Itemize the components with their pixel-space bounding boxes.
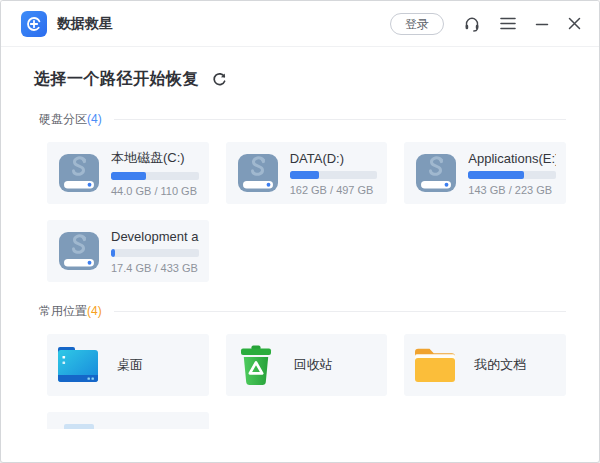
app-logo-icon xyxy=(21,11,47,37)
partition-grid: 本地磁盘(C:) 44.0 GB / 110 GB DATA(D:) xyxy=(47,142,566,282)
location-card-recycle-bin[interactable]: 回收站 xyxy=(226,334,388,396)
drive-capacity: 162 GB / 497 GB xyxy=(290,184,378,196)
hard-drive-icon xyxy=(413,152,459,194)
location-label: 回收站 xyxy=(294,356,333,374)
login-button[interactable]: 登录 xyxy=(390,13,444,35)
recycle-bin-icon xyxy=(235,344,277,386)
drive-name: 本地磁盘(C:) xyxy=(111,149,199,167)
section-partitions-label: 硬盘分区(4) xyxy=(39,111,102,128)
hard-drive-icon xyxy=(56,152,102,194)
partition-count: (4) xyxy=(87,112,102,126)
capacity-bar xyxy=(468,171,556,179)
desktop-icon xyxy=(56,345,100,385)
hard-drive-icon xyxy=(56,230,102,272)
location-count: (4) xyxy=(87,304,102,318)
main-content: 选择一个路径开始恢复 硬盘分区(4) xyxy=(1,47,599,429)
documents-folder-icon xyxy=(413,346,457,384)
section-partitions-header: 硬盘分区(4) xyxy=(34,111,566,128)
location-card-documents[interactable]: 我的文档 xyxy=(404,334,566,396)
location-card-desktop[interactable]: 桌面 xyxy=(47,334,209,396)
drive-card-d[interactable]: DATA(D:) 162 GB / 497 GB xyxy=(226,142,388,204)
location-label: 我的文档 xyxy=(474,356,526,374)
drive-card-f[interactable]: Development apps(F:) 17.4 GB / 433 GB xyxy=(47,220,209,282)
drive-name: Development apps(F:) xyxy=(111,229,199,244)
refresh-icon[interactable] xyxy=(212,72,227,87)
section-locations-header: 常用位置(4) xyxy=(34,303,566,320)
section-divider xyxy=(114,311,566,312)
minimize-icon[interactable] xyxy=(535,17,549,31)
drive-capacity: 17.4 GB / 433 GB xyxy=(111,262,199,274)
menu-icon[interactable] xyxy=(500,17,516,30)
drive-card-c[interactable]: 本地磁盘(C:) 44.0 GB / 110 GB xyxy=(47,142,209,204)
headset-icon[interactable] xyxy=(463,15,481,33)
capacity-bar xyxy=(290,171,378,179)
drive-capacity: 44.0 GB / 110 GB xyxy=(111,185,199,197)
app-title: 数据救星 xyxy=(57,15,113,33)
section-locations-label: 常用位置(4) xyxy=(39,303,102,320)
hard-drive-icon xyxy=(235,152,281,194)
title-bar: 数据救星 登录 xyxy=(1,1,599,47)
location-card-clipped xyxy=(47,412,209,429)
page-title: 选择一个路径开始恢复 xyxy=(34,69,199,90)
capacity-bar xyxy=(111,172,199,180)
app-window: 数据救星 登录 xyxy=(0,0,600,463)
drive-name: Applications(E:) xyxy=(468,151,556,166)
section-divider xyxy=(114,119,566,120)
capacity-bar xyxy=(111,249,199,257)
location-label: 桌面 xyxy=(117,356,143,374)
drive-name: DATA(D:) xyxy=(290,151,378,166)
drive-capacity: 143 GB / 223 GB xyxy=(468,184,556,196)
drive-card-e[interactable]: Applications(E:) 143 GB / 223 GB xyxy=(404,142,566,204)
clipped-icon-fragment xyxy=(64,424,94,429)
close-icon[interactable] xyxy=(568,17,581,30)
location-grid: 桌面 回收站 xyxy=(47,334,566,429)
